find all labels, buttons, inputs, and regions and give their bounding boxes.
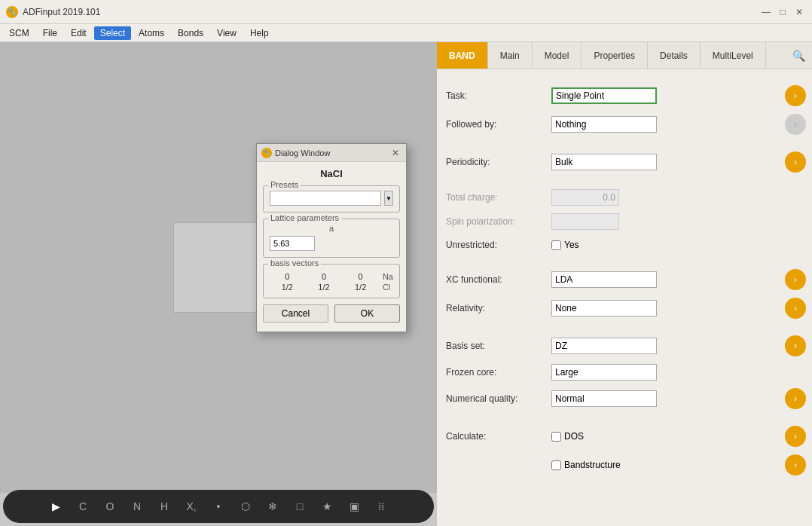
bv-row2-x: 1/2 (270, 283, 305, 292)
bv-row1-z: 0 (343, 272, 378, 281)
basis-vectors-grid: 0 0 0 Na 1/2 1/2 1/2 Cl (270, 272, 393, 292)
presets-input[interactable] (270, 191, 381, 206)
bv-row1-x: 0 (270, 272, 305, 281)
presets-dropdown-btn[interactable]: ▼ (384, 191, 393, 206)
presets-group: Presets ▼ (263, 185, 400, 213)
dialog-title-bar: 🔧 Dialog Window ✕ (257, 144, 406, 162)
presets-label: Presets (268, 180, 301, 189)
lattice-group: Lattice parameters a (263, 219, 400, 258)
bv-row1-atom: Na (380, 272, 393, 281)
lattice-a-input[interactable] (270, 236, 315, 251)
presets-row: ▼ (270, 191, 393, 206)
dialog-overlay: 🔧 Dialog Window ✕ NaCl Presets ▼ Lattice… (0, 0, 812, 526)
compound-name: NaCl (263, 168, 400, 179)
dialog-close-btn[interactable]: ✕ (389, 147, 401, 159)
dialog-buttons: Cancel OK (263, 304, 400, 323)
bv-row2-z: 1/2 (343, 283, 378, 292)
bv-row2-y: 1/2 (307, 283, 342, 292)
dialog-window: 🔧 Dialog Window ✕ NaCl Presets ▼ Lattice… (256, 143, 407, 332)
bv-row1-y: 0 (307, 272, 342, 281)
bv-row2-atom: Cl (380, 283, 393, 292)
cancel-button[interactable]: Cancel (263, 304, 328, 323)
ok-button[interactable]: OK (334, 304, 400, 323)
dialog-icon: 🔧 (261, 148, 272, 158)
dialog-title-text: Dialog Window (275, 148, 330, 157)
lattice-group-label: Lattice parameters (268, 213, 341, 222)
lattice-a-label: a (270, 224, 393, 233)
basis-vectors-label: basis vectors (268, 258, 321, 268)
dialog-body: NaCl Presets ▼ Lattice parameters a basi… (257, 162, 406, 332)
dialog-title-left: 🔧 Dialog Window (261, 148, 330, 158)
basis-vectors-group: basis vectors 0 0 0 Na 1/2 1/2 1/2 Cl (263, 264, 400, 298)
